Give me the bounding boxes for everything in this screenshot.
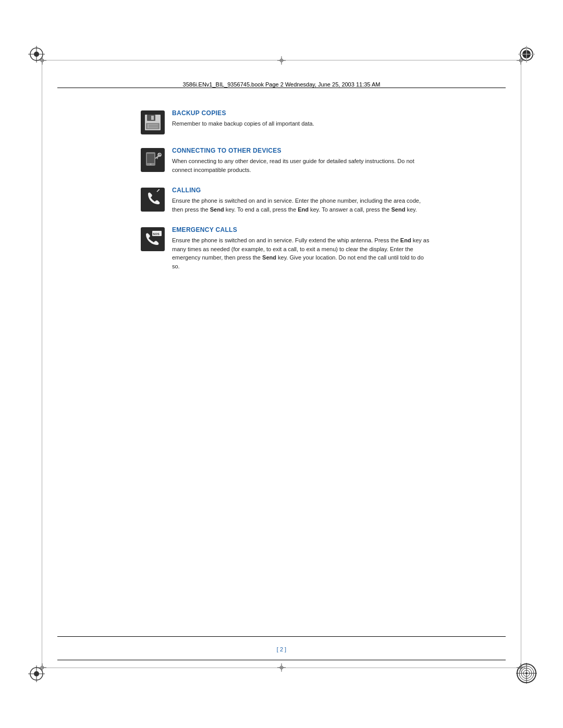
- svg-rect-44: [151, 116, 154, 120]
- svg-rect-58: [141, 188, 165, 212]
- backup-copies-body: Remember to make backup copies of all im…: [172, 119, 433, 128]
- calling-title: CALLING: [172, 187, 433, 194]
- section-calling: CALLING Ensure the phone is switched on …: [141, 187, 433, 214]
- backup-copies-icon: [141, 110, 165, 134]
- emergency-text: EMERGENCY CALLS Ensure the phone is swit…: [172, 226, 433, 270]
- calling-icon: [141, 188, 165, 212]
- svg-point-60: [158, 189, 160, 190]
- main-content: BACKUP COPIES Remember to make backup co…: [141, 109, 433, 283]
- trim-cross-top-mid: [277, 56, 286, 65]
- trim-cross-bottom-mid: [277, 663, 286, 672]
- section-backup-copies: BACKUP COPIES Remember to make backup co…: [141, 109, 433, 134]
- section-connecting: CONNECTING TO OTHER DEVICES When connect…: [141, 147, 433, 174]
- calling-text: CALLING Ensure the phone is switched on …: [172, 187, 433, 214]
- trim-cross-tr: [517, 56, 525, 65]
- emergency-body: Ensure the phone is switched on and in s…: [172, 236, 433, 270]
- header-rule: [57, 88, 506, 88]
- svg-text:SOS: SOS: [153, 232, 160, 236]
- backup-copies-title: BACKUP COPIES: [172, 109, 433, 117]
- connecting-body: When connecting to any other device, rea…: [172, 157, 433, 174]
- footer-rule-bottom: [57, 660, 506, 660]
- svg-rect-52: [147, 154, 154, 163]
- footer-rule-top: [57, 636, 506, 637]
- header-text: 3586i.ENv1_BIL_9356745.book Page 2 Wedne…: [0, 81, 563, 88]
- connecting-icon: [141, 148, 165, 172]
- trim-cross-br: [517, 663, 525, 672]
- svg-rect-61: [141, 227, 165, 251]
- calling-body: Ensure the phone is switched on and in s…: [172, 196, 433, 214]
- connecting-title: CONNECTING TO OTHER DEVICES: [172, 147, 433, 154]
- emergency-icon: SOS: [141, 227, 165, 251]
- svg-point-53: [150, 164, 152, 165]
- connecting-text: CONNECTING TO OTHER DEVICES When connect…: [172, 147, 433, 174]
- section-emergency: SOS EMERGENCY CALLS Ensure the phone is …: [141, 226, 433, 270]
- page-number: [ 2 ]: [0, 646, 563, 652]
- backup-copies-text: BACKUP COPIES Remember to make backup co…: [172, 109, 433, 128]
- emergency-title: EMERGENCY CALLS: [172, 226, 433, 233]
- trim-cross-tl: [38, 56, 46, 65]
- trim-cross-bl: [38, 663, 46, 672]
